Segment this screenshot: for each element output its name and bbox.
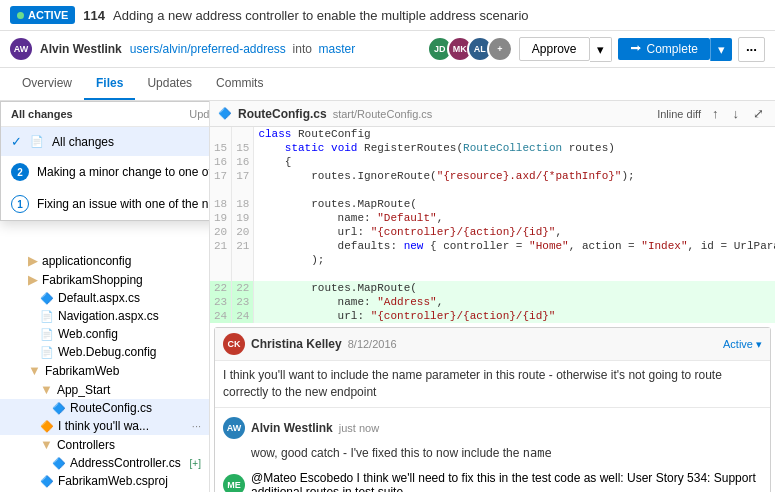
tree-item-controllers[interactable]: ▼ Controllers: [0, 435, 209, 454]
dropdown-title: All changes: [11, 108, 73, 120]
code-line-close: );: [210, 253, 775, 267]
code-line-15: 15 15 static void RegisterRoutes(RouteCo…: [210, 141, 775, 155]
more-options-button[interactable]: ···: [738, 37, 765, 62]
second-row: AW Alvin Westlink users/alvin/preferred-…: [0, 31, 775, 68]
new-badge: [+]: [190, 458, 201, 469]
reply-avatar-me: ME: [223, 474, 245, 492]
folder-icon-5: ▼: [40, 437, 53, 452]
mention-row: ME @Mateo Escobedo I think we'll need to…: [223, 467, 762, 492]
tab-commits[interactable]: Commits: [204, 68, 275, 100]
nav-up-button[interactable]: ↑: [709, 105, 722, 122]
dropdown-header: All changes Update 2 and earlier: [1, 102, 210, 127]
tree-label-appstart: App_Start: [57, 383, 201, 397]
nav-tabs: Overview Files Updates Commits: [0, 68, 775, 101]
comment-header: CK Christina Kelley 8/12/2016 Active ▾: [215, 328, 770, 361]
file-cs-icon-route: 🔷: [52, 402, 66, 415]
tree-item-routeconfig[interactable]: 🔷 RouteConfig.cs: [0, 399, 209, 417]
code-table: class RouteConfig 15 15 static void Regi…: [210, 127, 775, 323]
comment-author: Christina Kelley: [251, 337, 342, 351]
tree-label-ithink: I think you'll wa...: [58, 419, 186, 433]
tree-label-fabrikamweb: FabrikamWeb: [45, 364, 201, 378]
tree-item-fabrikamshopping[interactable]: ▶ FabrikamShopping: [0, 270, 209, 289]
changes-dropdown: All changes Update 2 and earlier ✓ 📄 All…: [0, 101, 210, 221]
code-line-22: 22 22 routes.MapRoute(: [210, 281, 775, 295]
author-name: Alvin Westlink: [40, 42, 122, 56]
code-class-line: class RouteConfig: [210, 127, 775, 141]
commenter-avatar-ck: CK: [223, 333, 245, 355]
folder-icon: ▶: [28, 253, 38, 268]
nav-down-button[interactable]: ↓: [730, 105, 743, 122]
reply-author: Alvin Westlink: [251, 421, 333, 435]
approve-button[interactable]: Approve: [519, 37, 590, 61]
dropdown-item-1[interactable]: 1 Fixing an issue with one of the new ..…: [1, 188, 210, 220]
tree-item-appstart[interactable]: ▼ App_Start: [0, 380, 209, 399]
comment-status[interactable]: Active ▾: [723, 338, 762, 351]
code-header-actions: Inline diff ↑ ↓ ⤢: [657, 105, 767, 122]
code-line-24: 24 24 url: "{controller}/{action}/{id}": [210, 309, 775, 323]
folder-icon-2: ▶: [28, 272, 38, 287]
complete-label: Complete: [647, 42, 698, 56]
expand-button[interactable]: ⤢: [750, 105, 767, 122]
code-line-17: 17 17 routes.IgnoreRoute("{resource}.axd…: [210, 169, 775, 183]
code-line-blank2: [210, 267, 775, 281]
reply-body-prefix: wow, good catch - I've fixed this to now…: [251, 446, 523, 460]
dropdown-update-label: Update 2 and earlier: [189, 108, 210, 120]
user-story-link[interactable]: User Story 534:: [627, 471, 710, 485]
complete-button-group: ⮕ Complete ▾: [618, 38, 732, 61]
tree-item-ithink[interactable]: 🔶 I think you'll wa... ···: [0, 417, 209, 435]
file-cs-icon-csproj: 🔷: [40, 475, 54, 488]
dropdown-item-2[interactable]: 2 Making a minor change to one of t... 4…: [1, 156, 210, 188]
reviewers-avatars: JD MK AL +: [433, 36, 513, 62]
branch-to-link[interactable]: master: [319, 42, 356, 56]
main-content: All changes ▾ ⊞ Tree ☰ All All changes U…: [0, 101, 775, 492]
file-icon-webconfig: 📄: [40, 328, 54, 341]
tree-label-defaultaspx: Default.aspx.cs: [58, 291, 201, 305]
code-line-16: 16 16 {: [210, 155, 775, 169]
tree-item-fabrikamwebcsproj[interactable]: 🔷 FabrikamWeb.csproj: [0, 472, 209, 490]
reply-body: wow, good catch - I've fixed this to now…: [223, 445, 762, 462]
tree-item-defaultaspx[interactable]: 🔷 Default.aspx.cs: [0, 289, 209, 307]
code-line-18: 18 18 routes.MapRoute(: [210, 197, 775, 211]
reply-row: AW Alvin Westlink just now: [223, 413, 762, 443]
comment-reply-section: AW Alvin Westlink just now wow, good cat…: [215, 407, 770, 492]
tree-item-addresscontroller[interactable]: 🔷 AddressController.cs [+]: [0, 454, 209, 472]
branch-info: users/alvin/preferred-address into maste…: [130, 42, 355, 56]
more-options-icon[interactable]: ···: [192, 420, 201, 432]
tab-updates[interactable]: Updates: [135, 68, 204, 100]
checkmark-icon: ✓: [11, 134, 22, 149]
tree-label-navigationaspx: Navigation.aspx.cs: [58, 309, 201, 323]
tab-overview[interactable]: Overview: [10, 68, 84, 100]
tree-item-webdebugconfig[interactable]: 📄 Web.Debug.config: [0, 343, 209, 361]
dropdown-item-1-label: Fixing an issue with one of the new ...: [37, 197, 210, 211]
tree-label-applicationconfig: applicationconfig: [42, 254, 201, 268]
tree-item-navigationaspx[interactable]: 📄 Navigation.aspx.cs: [0, 307, 209, 325]
comment-block: CK Christina Kelley 8/12/2016 Active ▾ I…: [214, 327, 771, 492]
complete-dropdown-button[interactable]: ▾: [710, 38, 732, 61]
update-2-badge: 2: [11, 163, 29, 181]
reply-code-snippet: name: [523, 446, 552, 460]
tab-files[interactable]: Files: [84, 68, 135, 100]
tree-item-fabrikamweb[interactable]: ▼ FabrikamWeb: [0, 361, 209, 380]
author-avatar: AW: [10, 38, 32, 60]
code-line-20: 20 20 url: "{controller}/{action}/{id}",: [210, 225, 775, 239]
tree-item-webconfig[interactable]: 📄 Web.config: [0, 325, 209, 343]
file-cs-icon-address: 🔷: [52, 457, 66, 470]
reply-date: just now: [339, 422, 379, 434]
complete-button[interactable]: ⮕ Complete: [618, 38, 710, 60]
code-panel: 🔷 RouteConfig.cs start/RouteConfig.cs In…: [210, 101, 775, 492]
comment-date: 8/12/2016: [348, 338, 397, 350]
dropdown-item-2-label: Making a minor change to one of t...: [37, 165, 210, 179]
dropdown-all-changes-label: All changes: [52, 135, 210, 149]
code-line-19: 19 19 name: "Default",: [210, 211, 775, 225]
active-label: ACTIVE: [28, 9, 68, 21]
approve-dropdown-button[interactable]: ▾: [590, 37, 612, 62]
tree-label-webdebugconfig: Web.Debug.config: [58, 345, 201, 359]
tree-label-fabrikamwebcsproj: FabrikamWeb.csproj: [58, 474, 201, 488]
dropdown-item-all[interactable]: ✓ 📄 All changes: [1, 127, 210, 156]
tree-item-applicationconfig[interactable]: ▶ applicationconfig: [0, 251, 209, 270]
sidebar: All changes ▾ ⊞ Tree ☰ All All changes U…: [0, 101, 210, 492]
mention-body: @Mateo Escobedo I think we'll need to fi…: [251, 471, 762, 492]
branch-from-link[interactable]: users/alvin/preferred-address: [130, 42, 286, 56]
mention-text: @Mateo Escobedo: [251, 471, 353, 485]
comment-body: I think you'll want to include the name …: [215, 361, 770, 407]
